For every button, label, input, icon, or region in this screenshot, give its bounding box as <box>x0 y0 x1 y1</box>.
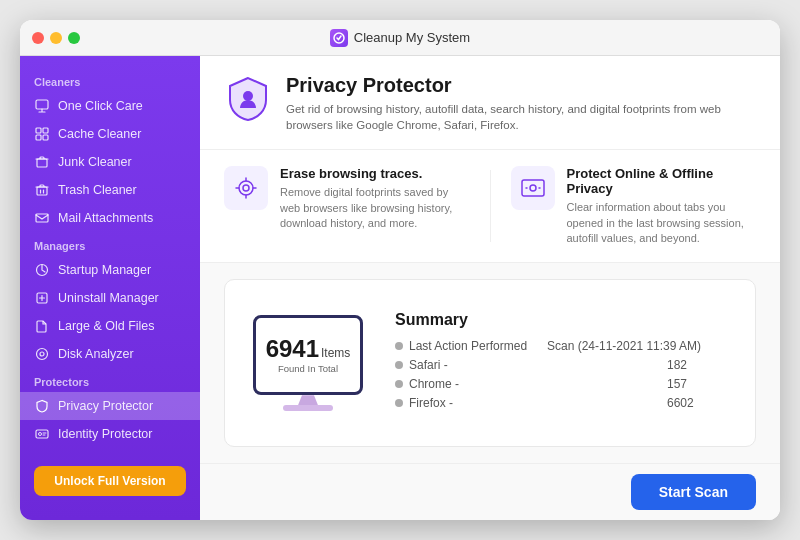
minimize-button[interactable] <box>50 32 62 44</box>
monitor-screen: 6941 Items Found In Total <box>253 315 363 395</box>
summary-data: Summary Last Action Performed Scan (24-1… <box>395 311 727 415</box>
sidebar-section-managers: Managers Startup Manager Uninstall Manag… <box>20 232 200 368</box>
svg-point-11 <box>37 349 48 360</box>
svg-rect-6 <box>37 159 47 167</box>
sidebar-label: Cache Cleaner <box>58 127 141 141</box>
feature-description: Remove digital footprints saved by web b… <box>280 185 470 231</box>
items-count: 6941 <box>266 337 319 361</box>
dot <box>395 380 403 388</box>
grid-icon <box>34 126 50 142</box>
protect-privacy-text: Protect Online & Offline Privacy Clear i… <box>567 166 757 246</box>
svg-rect-8 <box>36 214 48 222</box>
summary-val: 6602 <box>667 396 727 410</box>
feature-protect-privacy: Protect Online & Offline Privacy Clear i… <box>511 166 757 246</box>
sidebar-item-privacy-protector[interactable]: Privacy Protector <box>20 392 200 420</box>
start-scan-button[interactable]: Start Scan <box>631 474 756 510</box>
svg-point-16 <box>239 181 253 195</box>
sidebar-bottom: Unlock Full Version <box>20 454 200 508</box>
svg-rect-7 <box>37 187 47 195</box>
found-label: Found In Total <box>278 363 338 374</box>
svg-point-15 <box>243 91 253 101</box>
sidebar-label: Startup Manager <box>58 263 151 277</box>
privacy-protector-icon <box>224 74 272 122</box>
unlock-full-version-button[interactable]: Unlock Full Version <box>34 466 186 496</box>
summary-val: 182 <box>667 358 727 372</box>
traffic-lights <box>32 32 80 44</box>
disk-icon <box>34 346 50 362</box>
erase-traces-icon <box>224 166 268 210</box>
junk-icon <box>34 154 50 170</box>
sidebar-item-junk-cleaner[interactable]: Junk Cleaner <box>20 148 200 176</box>
id-icon <box>34 426 50 442</box>
feature-erase-traces: Erase browsing traces. Remove digital fo… <box>224 166 470 246</box>
sidebar-label: Mail Attachments <box>58 211 153 225</box>
erase-traces-text: Erase browsing traces. Remove digital fo… <box>280 166 470 231</box>
sidebar-label: Trash Cleaner <box>58 183 137 197</box>
summary-key: Safari - <box>409 358 667 372</box>
dot <box>395 361 403 369</box>
sidebar: Cleaners One Click Care Cache Cleaner <box>20 56 200 520</box>
close-button[interactable] <box>32 32 44 44</box>
mail-icon <box>34 210 50 226</box>
sidebar-item-identity-protector[interactable]: Identity Protector <box>20 420 200 448</box>
sidebar-item-uninstall-manager[interactable]: Uninstall Manager <box>20 284 200 312</box>
sidebar-item-cache-cleaner[interactable]: Cache Cleaner <box>20 120 200 148</box>
svg-point-14 <box>39 433 42 436</box>
dot <box>395 342 403 350</box>
sidebar-section-cleaners: Cleaners One Click Care Cache Cleaner <box>20 68 200 232</box>
summary-key: Firefox - <box>409 396 667 410</box>
sidebar-item-mail-attachments[interactable]: Mail Attachments <box>20 204 200 232</box>
summary-title: Summary <box>395 311 727 329</box>
sidebar-label: Large & Old Files <box>58 319 155 333</box>
content-area: Privacy Protector Get rid of browsing hi… <box>200 56 780 520</box>
main-layout: Cleaners One Click Care Cache Cleaner <box>20 56 780 520</box>
sidebar-item-startup-manager[interactable]: Startup Manager <box>20 256 200 284</box>
sidebar-label: Uninstall Manager <box>58 291 159 305</box>
startup-icon <box>34 262 50 278</box>
app-icon <box>330 29 348 47</box>
sidebar-label: One Click Care <box>58 99 143 113</box>
svg-point-17 <box>243 185 249 191</box>
monitor-stand <box>298 395 318 405</box>
dot <box>395 399 403 407</box>
feature-divider <box>490 170 491 242</box>
app-title-area: Cleanup My System <box>330 29 470 47</box>
sidebar-item-trash-cleaner[interactable]: Trash Cleaner <box>20 176 200 204</box>
summary-row-last-action: Last Action Performed Scan (24-11-2021 1… <box>395 339 727 353</box>
app-title: Cleanup My System <box>354 30 470 45</box>
svg-point-19 <box>530 185 536 191</box>
summary-row-firefox: Firefox - 6602 <box>395 396 727 410</box>
sidebar-item-one-click-care[interactable]: One Click Care <box>20 92 200 120</box>
monitor-base <box>283 405 333 411</box>
monitor-icon <box>34 98 50 114</box>
summary-card: 6941 Items Found In Total Summary <box>224 279 756 447</box>
monitor-graphic: 6941 Items Found In Total <box>253 315 363 411</box>
summary-table: Last Action Performed Scan (24-11-2021 1… <box>395 339 727 410</box>
section-label-managers: Managers <box>20 232 200 256</box>
app-window: Cleanup My System Cleaners One Click Car… <box>20 20 780 520</box>
summary-row-safari: Safari - 182 <box>395 358 727 372</box>
sidebar-section-protectors: Protectors Privacy Protector Identity Pr… <box>20 368 200 448</box>
maximize-button[interactable] <box>68 32 80 44</box>
summary-row-chrome: Chrome - 157 <box>395 377 727 391</box>
section-label-cleaners: Cleaners <box>20 68 200 92</box>
summary-val: 157 <box>667 377 727 391</box>
summary-key: Chrome - <box>409 377 667 391</box>
sidebar-label: Privacy Protector <box>58 399 153 413</box>
summary-val: Scan (24-11-2021 11:39 AM) <box>547 339 727 353</box>
sidebar-item-large-old-files[interactable]: Large & Old Files <box>20 312 200 340</box>
footer: Start Scan <box>200 463 780 520</box>
sidebar-label: Disk Analyzer <box>58 347 134 361</box>
svg-rect-2 <box>36 128 41 133</box>
feature-title: Erase browsing traces. <box>280 166 470 181</box>
file-icon <box>34 318 50 334</box>
svg-rect-4 <box>36 135 41 140</box>
shield-icon <box>34 398 50 414</box>
content-header: Privacy Protector Get rid of browsing hi… <box>200 56 780 150</box>
summary-section: 6941 Items Found In Total Summary <box>200 263 780 463</box>
page-title: Privacy Protector <box>286 74 756 97</box>
sidebar-label: Identity Protector <box>58 427 153 441</box>
uninstall-icon <box>34 290 50 306</box>
sidebar-item-disk-analyzer[interactable]: Disk Analyzer <box>20 340 200 368</box>
protect-privacy-icon <box>511 166 555 210</box>
